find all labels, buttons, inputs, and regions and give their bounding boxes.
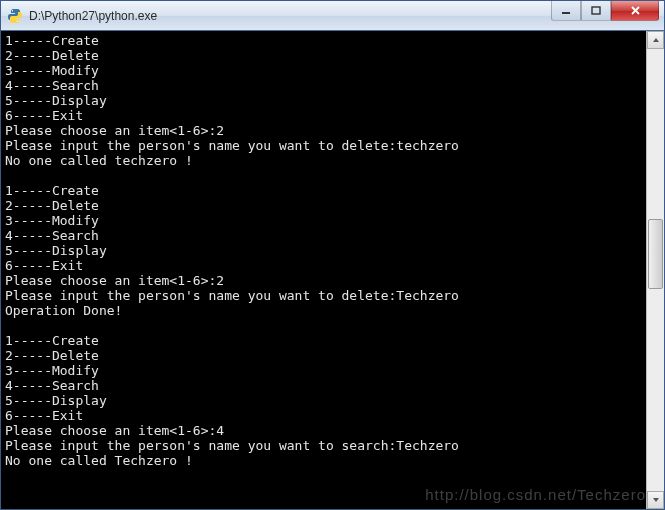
close-button[interactable]	[611, 1, 659, 21]
svg-rect-3	[592, 7, 600, 14]
svg-point-0	[12, 10, 13, 11]
scrollbar-thumb[interactable]	[648, 219, 663, 289]
maximize-button[interactable]	[581, 1, 611, 21]
svg-point-1	[17, 20, 18, 21]
minimize-icon	[561, 6, 571, 16]
vertical-scrollbar[interactable]	[646, 31, 664, 509]
console-area: 1-----Create 2-----Delete 3-----Modify 4…	[1, 31, 664, 509]
console-output[interactable]: 1-----Create 2-----Delete 3-----Modify 4…	[1, 31, 646, 509]
python-icon	[7, 8, 23, 24]
titlebar[interactable]: D:\Python27\python.exe	[1, 1, 664, 31]
window-controls	[551, 1, 664, 21]
maximize-icon	[591, 6, 601, 16]
console-window: D:\Python27\python.exe 1-----Create 2---…	[0, 0, 665, 510]
window-title: D:\Python27\python.exe	[29, 9, 551, 23]
scroll-up-button[interactable]	[647, 31, 664, 49]
minimize-button[interactable]	[551, 1, 581, 21]
chevron-down-icon	[652, 497, 660, 503]
close-icon	[630, 5, 641, 16]
chevron-up-icon	[652, 37, 660, 43]
scrollbar-track[interactable]	[647, 49, 664, 491]
scroll-down-button[interactable]	[647, 491, 664, 509]
svg-rect-2	[562, 12, 570, 14]
